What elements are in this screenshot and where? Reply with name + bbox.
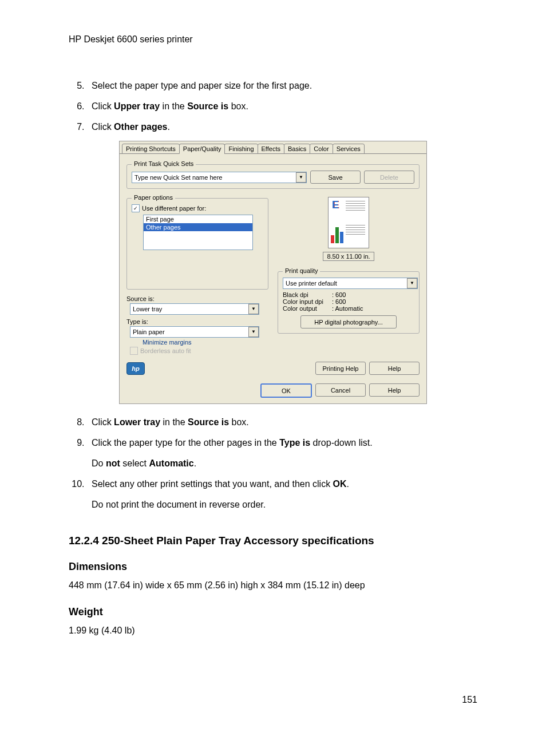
tab-services[interactable]: Services [333,144,365,154]
checkbox-disabled-icon [130,347,138,355]
black-dpi-label: Black dpi [283,291,332,298]
preview-letter-icon: E [332,200,339,210]
help-button[interactable]: Help [369,383,420,397]
color-input-dpi-label: Color input dpi [283,298,332,305]
borderless-auto-fit-label: Borderless auto fit [140,347,191,354]
type-is-label: Type is: [126,318,268,325]
tab-basics[interactable]: Basics [284,144,310,154]
minimize-margins-link[interactable]: Minimize margins [143,339,268,346]
preview-bars-icon [331,223,343,243]
ok-button[interactable]: OK [260,383,312,398]
dialog-screenshot: Printing Shortcuts Paper/Quality Finishi… [69,141,477,404]
group-print-quality: Print quality Use printer default ▼ Blac… [278,271,420,334]
tab-effects[interactable]: Effects [258,144,284,154]
paper-pages-listbox[interactable]: First page Other pages [143,215,253,250]
step-6: Click Upper tray in the Source is box. [87,100,477,113]
color-output-label: Color output [283,305,332,312]
dimensions-heading: Dimensions [69,561,477,573]
printing-help-button[interactable]: Printing Help [315,362,366,375]
hp-digital-photography-button[interactable]: HP digital photography... [300,315,397,328]
chevron-down-icon[interactable]: ▼ [407,278,417,288]
step-7: Click Other pages. [87,120,477,134]
step-5: Select the paper type and paper size for… [87,79,477,93]
page-preview: E [328,197,369,248]
type-is-section: Type is: Plain paper ▼ Minimize margins … [126,318,268,356]
source-is-combo[interactable]: Lower tray ▼ [130,303,259,315]
source-is-value: Lower tray [133,306,162,312]
black-dpi-value: : 600 [332,291,346,298]
dimensions-text: 448 mm (17.64 in) wide x 65 mm (2.56 in)… [69,579,477,592]
tab-finishing[interactable]: Finishing [224,144,258,154]
delete-button: Delete [364,171,414,184]
use-different-paper-checkbox[interactable]: ✓ Use different paper for: [132,204,206,212]
checkbox-checked-icon: ✓ [132,204,140,212]
list-item-first-page[interactable]: First page [144,215,252,223]
use-different-paper-label: Use different paper for: [142,205,206,212]
color-input-dpi-value: : 600 [332,298,346,305]
help-button-inline[interactable]: Help [369,362,420,375]
step-8: Click Lower tray in the Source is box. [87,415,477,429]
weight-heading: Weight [69,606,477,618]
quickset-name-combo[interactable]: Type new Quick Set name here ▼ [132,172,307,183]
step-9: Click the paper type for the other pages… [87,436,477,470]
step-10: Select any other print settings that you… [87,477,477,512]
chevron-down-icon[interactable]: ▼ [248,304,259,314]
dialog-tabstrip: Printing Shortcuts Paper/Quality Finishi… [120,141,426,154]
group-title-paper-options: Paper options [132,194,175,201]
section-heading: 12.2.4 250-Sheet Plain Paper Tray Access… [69,535,477,547]
color-output-value: : Automatic [332,305,363,312]
tab-color[interactable]: Color [310,144,333,154]
type-is-combo[interactable]: Plain paper ▼ [130,326,259,338]
list-item-other-pages[interactable]: Other pages [144,223,252,231]
hp-logo-icon: hp [126,362,145,375]
chevron-down-icon[interactable]: ▼ [248,327,259,337]
page-number: 151 [69,695,477,705]
source-is-label: Source is: [126,295,268,302]
save-button[interactable]: Save [310,171,361,184]
weight-text: 1.99 kg (4.40 lb) [69,624,477,638]
tab-paper-quality[interactable]: Paper/Quality [179,144,225,154]
document-header: HP Deskjet 6600 series printer [69,34,477,45]
print-quality-combo[interactable]: Use printer default ▼ [283,278,418,289]
instruction-steps-1: Select the paper type and paper size for… [69,79,477,134]
chevron-down-icon[interactable]: ▼ [296,172,306,183]
type-is-value: Plain paper [133,328,165,335]
cancel-button[interactable]: Cancel [315,383,366,397]
quickset-name-text: Type new Quick Set name here [134,174,222,181]
group-title-quick-sets: Print Task Quick Sets [132,160,196,167]
group-paper-options: Paper options ✓ Use different paper for:… [126,198,268,290]
print-quality-value: Use printer default [286,280,337,287]
borderless-auto-fit-checkbox: Borderless auto fit [130,347,191,355]
group-quick-sets: Print Task Quick Sets Type new Quick Set… [126,164,420,189]
paper-dimension-badge: 8.50 x 11.00 in. [323,252,374,261]
print-properties-dialog: Printing Shortcuts Paper/Quality Finishi… [119,141,427,404]
instruction-steps-2: Click Lower tray in the Source is box. C… [69,415,477,512]
tab-printing-shortcuts[interactable]: Printing Shortcuts [122,144,180,154]
source-is-section: Source is: Lower tray ▼ [126,295,268,315]
group-title-print-quality: Print quality [283,267,320,274]
